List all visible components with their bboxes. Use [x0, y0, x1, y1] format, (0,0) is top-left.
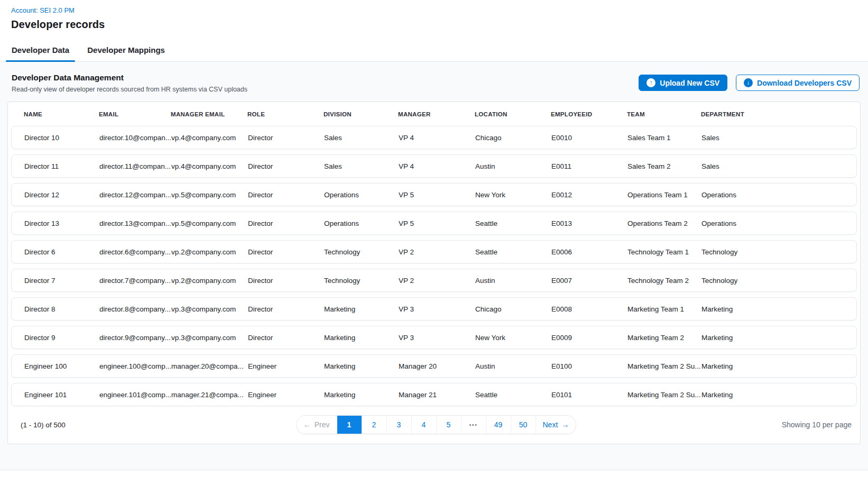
column-header-location: LOCATION [475, 111, 551, 117]
upload-csv-label: Upload New CSV [660, 79, 719, 87]
upload-csv-button[interactable]: ↑ Upload New CSV [639, 75, 727, 91]
table-row: Engineer 101 engineer.101@comp... manage… [11, 383, 857, 406]
cell-location: Seattle [475, 248, 551, 256]
cell-department: Sales [701, 162, 851, 170]
cell-name: Director 9 [24, 334, 99, 342]
cell-employeeid: E0011 [551, 162, 627, 170]
cell-name: Director 6 [24, 248, 99, 256]
cell-division: Operations [324, 191, 399, 199]
cell-location: New York [475, 334, 551, 342]
cell-name: Director 10 [24, 134, 99, 142]
cell-employeeid: E0012 [551, 191, 627, 199]
cell-division: Marketing [324, 305, 399, 313]
content-area: Developer Data Management Read-only view… [0, 62, 868, 470]
cell-role: Director [248, 191, 324, 199]
table-row: Director 9 director.9@company.... vp.3@c… [11, 326, 857, 349]
tab-bar: Developer Data Developer Mappings [0, 39, 868, 62]
page-button-3[interactable]: 3 [387, 416, 412, 434]
cell-location: Austin [475, 277, 551, 285]
cell-email: director.13@compan... [99, 219, 171, 227]
cell-location: Chicago [475, 305, 551, 313]
account-link[interactable]: Account: SEI 2.0 PM [11, 6, 75, 14]
upload-icon: ↑ [647, 78, 655, 87]
cell-team: Operations Team 1 [627, 191, 701, 199]
next-page-button[interactable]: Next → [536, 416, 576, 434]
cell-location: New York [475, 191, 551, 199]
table-row: Director 13 director.13@compan... vp.5@c… [11, 212, 857, 235]
cell-email: director.10@compan... [99, 134, 171, 142]
cell-manager-email: vp.4@company.com [171, 162, 248, 170]
pager-ellipsis-icon: ••• [461, 416, 486, 434]
cell-email: engineer.101@comp... [99, 391, 171, 399]
tab-developer-mappings[interactable]: Developer Mappings [81, 39, 171, 61]
cell-manager-email: manager.20@compa... [171, 362, 248, 370]
cell-role: Director [248, 277, 324, 285]
cell-role: Director [248, 334, 324, 342]
column-header-manager-email: MANAGER EMAIL [171, 111, 247, 117]
cell-employeeid: E0010 [551, 134, 627, 142]
table-row: Engineer 100 engineer.100@comp... manage… [11, 354, 857, 378]
cell-employeeid: E0009 [551, 334, 627, 342]
cell-email: engineer.100@comp... [99, 362, 171, 370]
table-row: Director 11 director.11@compan... vp.4@c… [11, 154, 857, 178]
cell-email: director.9@company.... [99, 334, 171, 342]
column-header-department: DEPARTMENT [701, 111, 855, 117]
table-row: Director 8 director.8@company.... vp.3@c… [11, 297, 857, 321]
column-header-name: NAME [24, 111, 99, 117]
cell-department: Sales [701, 134, 851, 142]
cell-division: Technology [324, 248, 399, 256]
cell-employeeid: E0006 [551, 248, 627, 256]
page-header: Account: SEI 2.0 PM Developer records [0, 0, 868, 31]
page-button-50[interactable]: 50 [511, 416, 536, 434]
table-body: Director 10 director.10@compan... vp.4@c… [8, 125, 860, 406]
next-label: Next [543, 420, 558, 429]
section-header: Developer Data Management Read-only view… [7, 62, 861, 102]
page-button-4[interactable]: 4 [412, 416, 437, 434]
page-button-2[interactable]: 2 [362, 416, 387, 434]
cell-employeeid: E0007 [551, 277, 627, 285]
cell-name: Director 13 [24, 219, 99, 227]
page-button-5[interactable]: 5 [437, 416, 461, 434]
prev-page-button[interactable]: ← Prev [297, 416, 337, 434]
page-title: Developer records [11, 19, 868, 31]
cell-division: Technology [324, 277, 399, 285]
prev-label: Prev [315, 420, 330, 429]
download-csv-label: Download Developers CSV [757, 79, 852, 87]
page-button-49[interactable]: 49 [486, 416, 511, 434]
cell-name: Engineer 100 [24, 362, 99, 370]
cell-manager: Manager 20 [399, 362, 475, 370]
developer-table: NAME EMAIL MANAGER EMAIL ROLE DIVISION M… [7, 102, 861, 444]
cell-manager: VP 2 [399, 277, 475, 285]
cell-team: Marketing Team 2 Su... [627, 391, 701, 399]
page-button-1[interactable]: 1 [337, 416, 362, 434]
cell-manager: VP 2 [399, 248, 475, 256]
cell-email: director.12@compan... [99, 191, 171, 199]
cell-team: Sales Team 1 [627, 134, 701, 142]
tab-developer-data[interactable]: Developer Data [5, 39, 76, 61]
cell-role: Director [248, 134, 324, 142]
table-row: Director 7 director.7@company.... vp.2@c… [11, 269, 857, 292]
cell-location: Austin [475, 362, 551, 370]
cell-manager: VP 3 [399, 305, 475, 313]
cell-department: Operations [701, 219, 851, 227]
cell-email: director.8@company.... [99, 305, 171, 313]
table-row: Director 10 director.10@compan... vp.4@c… [11, 126, 857, 149]
download-csv-button[interactable]: ↓ Download Developers CSV [736, 75, 860, 91]
cell-email: director.6@company.... [99, 248, 171, 256]
cell-role: Engineer [248, 391, 324, 399]
cell-department: Marketing [701, 362, 851, 370]
pagination: ← Prev 1 2 3 4 5 ••• 49 50 Next → [296, 415, 577, 434]
cell-team: Operations Team 2 [627, 219, 701, 227]
cell-manager: VP 4 [399, 134, 475, 142]
cell-employeeid: E0101 [551, 391, 627, 399]
action-buttons: ↑ Upload New CSV ↓ Download Developers C… [639, 73, 860, 91]
column-header-email: EMAIL [99, 111, 171, 117]
cell-manager-email: vp.5@company.com [171, 191, 248, 199]
cell-department: Marketing [701, 334, 851, 342]
cell-division: Sales [324, 162, 399, 170]
column-header-employeeid: EMPLOYEEID [551, 111, 627, 117]
cell-team: Marketing Team 1 [627, 305, 701, 313]
cell-manager: VP 5 [399, 191, 475, 199]
section-title: Developer Data Management [12, 73, 247, 83]
cell-manager-email: vp.3@company.com [171, 334, 248, 342]
